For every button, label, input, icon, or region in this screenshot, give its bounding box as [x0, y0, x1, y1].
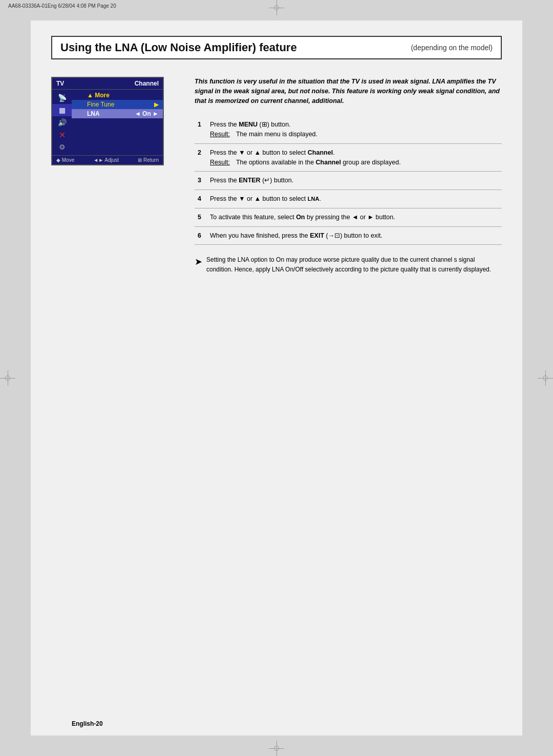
- tv-menu-header-left: TV: [56, 80, 64, 87]
- page: AA68-03336A-01Eng 6/28/04 4:08 PM Page 2…: [0, 0, 553, 756]
- tv-menu-icons: 📡 ▦ 🔊 ✕ ⚙: [52, 90, 72, 155]
- lna-select-label: LNA: [308, 196, 320, 202]
- tv-icon-sound: 🔊: [56, 118, 68, 127]
- step-content-5: To activate this feature, select On by p…: [207, 208, 502, 226]
- step-2-result-row: Result: The options available in the Cha…: [210, 158, 499, 167]
- fine-tune-label: Fine Tune: [87, 101, 114, 108]
- result-label-1: Result:: [210, 130, 230, 139]
- instructions-column: This function is very useful in the situ…: [195, 77, 502, 275]
- channel-kbd-2: Channel: [316, 159, 341, 166]
- menu-item-lna: LNA ◄ On ►: [72, 109, 163, 118]
- step-2-text: Press the ▼ or ▲ button to select Channe…: [210, 148, 499, 158]
- tv-menu-column: TV Channel 📡 ▦ 🔊: [51, 77, 184, 165]
- page-title: Using the LNA (Low Noise Amplifier) feat…: [60, 41, 297, 54]
- tv-icon-row-1: 📡: [52, 92, 72, 104]
- crosshair-top: [269, 0, 284, 15]
- lna-label: LNA: [87, 110, 100, 117]
- tv-icon-row-5: ⚙: [52, 141, 72, 153]
- tv-icon-row-2: ▦: [52, 104, 72, 116]
- note-text: Setting the LNA option to On may produce…: [206, 255, 502, 275]
- title-box: Using the LNA (Low Noise Amplifier) feat…: [51, 36, 502, 59]
- step-4-text: Press the ▼ or ▲ button to select LNA.: [210, 194, 499, 204]
- result-label-2: Result:: [210, 158, 230, 167]
- table-row: 4 Press the ▼ or ▲ button to select LNA.: [195, 190, 502, 208]
- result-text-2: The options available in the Channel gro…: [236, 158, 401, 167]
- exit-kbd: EXIT: [310, 232, 324, 239]
- lna-value: ◄ On ►: [135, 110, 159, 117]
- step-content-6: When you have finished, press the EXIT (…: [207, 226, 502, 245]
- tv-icon-x: ✕: [56, 130, 68, 139]
- step-number-2: 2: [195, 143, 207, 172]
- on-kbd: On: [296, 214, 305, 221]
- doc-ref: AA68-03336A-01Eng 6/28/04 4:08 PM Page 2…: [8, 3, 116, 9]
- step-number-5: 5: [195, 208, 207, 226]
- step-number-1: 1: [195, 116, 207, 143]
- step-5-text: To activate this feature, select On by p…: [210, 213, 499, 222]
- channel-kbd: Channel: [308, 149, 333, 156]
- table-row: 6 When you have finished, press the EXIT…: [195, 226, 502, 245]
- tv-icon-row-3: 🔊: [52, 116, 72, 129]
- result-text-1: The main menu is displayed.: [236, 130, 317, 139]
- step-content-3: Press the ENTER (↵) button.: [207, 172, 502, 190]
- steps-table: 1 Press the MENU (⊞) button. Result: The…: [195, 116, 502, 245]
- step-6-text: When you have finished, press the EXIT (…: [210, 231, 499, 241]
- footer-move: ◆ Move: [56, 157, 74, 163]
- tv-menu-screenshot: TV Channel 📡 ▦ 🔊: [51, 77, 164, 165]
- table-row: 1 Press the MENU (⊞) button. Result: The…: [195, 116, 502, 143]
- menu-item-fine-tune: Fine Tune ▶: [72, 100, 163, 109]
- step-number-4: 4: [195, 190, 207, 208]
- step-1-result-row: Result: The main menu is displayed.: [210, 130, 499, 139]
- tv-icon-antenna: 📡: [56, 93, 68, 102]
- note-arrow-icon: ➤: [195, 256, 202, 267]
- step-number-3: 3: [195, 172, 207, 190]
- crosshair-bottom: [269, 741, 284, 756]
- step-content-4: Press the ▼ or ▲ button to select LNA.: [207, 190, 502, 208]
- tv-menu-footer: ◆ Move ◄► Adjust ⊞ Return: [52, 155, 163, 164]
- crosshair-right: [538, 370, 553, 386]
- table-row: 5 To activate this feature, select On by…: [195, 208, 502, 226]
- tv-icon-screen: ▦: [56, 106, 68, 115]
- note-box: ➤ Setting the LNA option to On may produ…: [195, 255, 502, 275]
- table-row: 2 Press the ▼ or ▲ button to select Chan…: [195, 143, 502, 172]
- tv-icon-settings: ⚙: [56, 142, 68, 152]
- step-content-2: Press the ▼ or ▲ button to select Channe…: [207, 143, 502, 172]
- step-1-text: Press the MENU (⊞) button.: [210, 120, 499, 130]
- footer-return: ⊞ Return: [138, 157, 159, 163]
- menu-item-more: ▲ More: [72, 91, 163, 100]
- table-row: 3 Press the ENTER (↵) button.: [195, 172, 502, 190]
- step-content-1: Press the MENU (⊞) button. Result: The m…: [207, 116, 502, 143]
- intro-paragraph: This function is very useful in the situ…: [195, 77, 502, 106]
- tv-menu-header-right: Channel: [135, 80, 159, 87]
- inner-page: Using the LNA (Low Noise Amplifier) feat…: [31, 20, 522, 736]
- tv-menu-items: ▲ More Fine Tune ▶ LNA ◄ On ►: [72, 90, 163, 155]
- enter-kbd: ENTER: [239, 177, 260, 184]
- step-3-text: Press the ENTER (↵) button.: [210, 176, 499, 185]
- step-number-6: 6: [195, 226, 207, 245]
- tv-menu-body: 📡 ▦ 🔊 ✕ ⚙: [52, 90, 163, 155]
- fine-tune-arrow: ▶: [154, 101, 159, 108]
- tv-menu-header: TV Channel: [52, 78, 163, 90]
- footer-adjust: ◄► Adjust: [93, 157, 119, 163]
- crosshair-left: [0, 370, 15, 386]
- tv-icon-row-4: ✕: [52, 129, 72, 141]
- menu-kbd: MENU: [239, 121, 258, 128]
- page-number-label: English-20: [72, 720, 103, 727]
- title-subtitle: (depending on the model): [411, 44, 493, 52]
- page-footer: English-20: [72, 720, 103, 727]
